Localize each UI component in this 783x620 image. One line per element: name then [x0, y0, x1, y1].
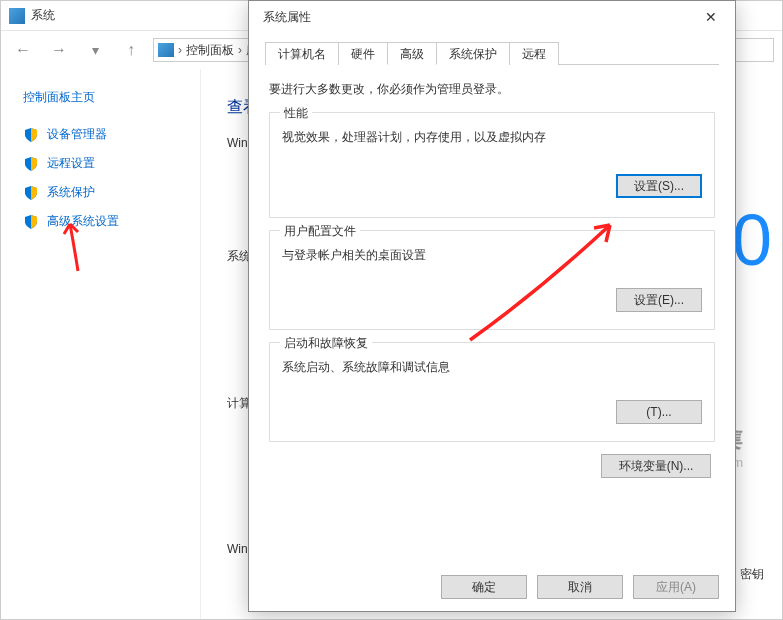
dialog-title: 系统属性 [263, 9, 311, 26]
tab-protection[interactable]: 系统保护 [436, 42, 510, 65]
monitor-icon [158, 43, 174, 57]
up-button[interactable]: ▾ [81, 36, 109, 64]
sidebar-item-device-manager[interactable]: 设备管理器 [23, 126, 200, 143]
group-desc: 与登录帐户相关的桌面设置 [282, 247, 702, 264]
system-properties-dialog: 系统属性 ✕ 计算机名 硬件 高级 系统保护 远程 要进行大多数更改，你必须作为… [248, 0, 736, 612]
dialog-titlebar: 系统属性 ✕ [249, 1, 735, 33]
group-desc: 视觉效果，处理器计划，内存使用，以及虚拟内存 [282, 129, 702, 146]
sidebar-item-label: 设备管理器 [47, 126, 107, 143]
shield-icon [23, 214, 39, 230]
shield-icon [23, 156, 39, 172]
tab-computer-name[interactable]: 计算机名 [265, 42, 339, 65]
environment-variables-button[interactable]: 环境变量(N)... [601, 454, 711, 478]
sidebar-item-advanced[interactable]: 高级系统设置 [23, 213, 200, 230]
big-zero: 0 [732, 199, 772, 281]
peek-text: 密钥 [740, 566, 764, 583]
dialog-buttons: 确定 取消 应用(A) [249, 563, 735, 611]
sidebar-home-link[interactable]: 控制面板主页 [23, 89, 200, 106]
shield-icon [23, 185, 39, 201]
tab-advanced[interactable]: 高级 [387, 42, 437, 65]
sidebar-item-label: 高级系统设置 [47, 213, 119, 230]
group-desc: 系统启动、系统故障和调试信息 [282, 359, 702, 376]
performance-settings-button[interactable]: 设置(S)... [616, 174, 702, 198]
breadcrumb-seg[interactable]: 控制面板 [186, 42, 234, 59]
dialog-body: 计算机名 硬件 高级 系统保护 远程 要进行大多数更改，你必须作为管理员登录。 … [249, 33, 735, 563]
sidebar-item-protection[interactable]: 系统保护 [23, 184, 200, 201]
up-arrow[interactable]: ↑ [117, 36, 145, 64]
sidebar: 控制面板主页 设备管理器 远程设置 系统保护 高级系统设置 另请参阅 安全和维护 [1, 69, 201, 619]
group-title: 性能 [280, 105, 312, 122]
user-profiles-settings-button[interactable]: 设置(E)... [616, 288, 702, 312]
tabs: 计算机名 硬件 高级 系统保护 远程 [265, 41, 719, 65]
ok-button[interactable]: 确定 [441, 575, 527, 599]
tab-remote[interactable]: 远程 [509, 42, 559, 65]
tab-hardware[interactable]: 硬件 [338, 42, 388, 65]
intro-text: 要进行大多数更改，你必须作为管理员登录。 [269, 81, 715, 98]
system-title: 系统 [31, 7, 55, 24]
group-performance: 性能 视觉效果，处理器计划，内存使用，以及虚拟内存 设置(S)... [269, 112, 715, 218]
group-user-profiles: 用户配置文件 与登录帐户相关的桌面设置 设置(E)... [269, 230, 715, 330]
sidebar-item-remote[interactable]: 远程设置 [23, 155, 200, 172]
group-title: 用户配置文件 [280, 223, 360, 240]
startup-recovery-settings-button[interactable]: (T)... [616, 400, 702, 424]
cancel-button[interactable]: 取消 [537, 575, 623, 599]
env-var-row: 环境变量(N)... [269, 454, 715, 488]
apply-button[interactable]: 应用(A) [633, 575, 719, 599]
sidebar-item-label: 远程设置 [47, 155, 95, 172]
group-startup-recovery: 启动和故障恢复 系统启动、系统故障和调试信息 (T)... [269, 342, 715, 442]
shield-icon [23, 127, 39, 143]
close-button[interactable]: ✕ [691, 3, 731, 31]
group-title: 启动和故障恢复 [280, 335, 372, 352]
back-button[interactable]: ← [9, 36, 37, 64]
system-icon [9, 8, 25, 24]
tab-content: 要进行大多数更改，你必须作为管理员登录。 性能 视觉效果，处理器计划，内存使用，… [265, 65, 719, 488]
forward-button[interactable]: → [45, 36, 73, 64]
sidebar-item-label: 系统保护 [47, 184, 95, 201]
